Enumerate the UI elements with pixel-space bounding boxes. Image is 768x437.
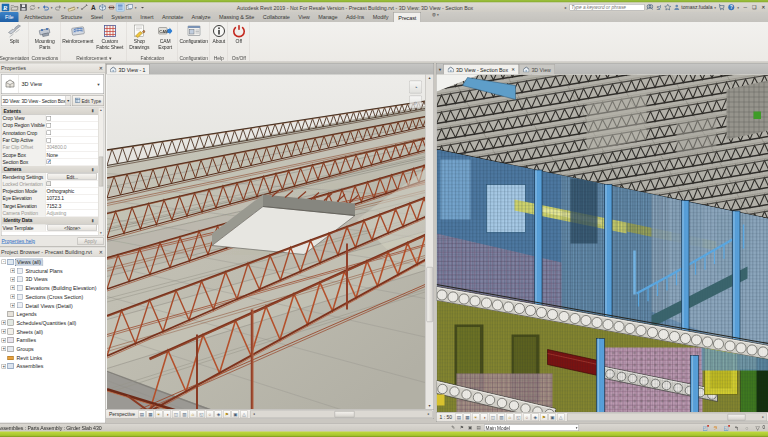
ribbon-panel-label[interactable]: Help bbox=[210, 54, 228, 62]
ribbon-button-configuration[interactable]: Configuration bbox=[178, 23, 209, 44]
edit-type-button[interactable]: Edit Type bbox=[72, 96, 104, 107]
property-button[interactable]: <None> bbox=[48, 225, 98, 231]
property-checkbox[interactable] bbox=[47, 138, 52, 143]
app-store-icon[interactable] bbox=[719, 4, 727, 12]
ribbon-button-about[interactable]: About bbox=[210, 23, 227, 44]
ribbon-tab[interactable]: Annotate bbox=[158, 12, 188, 22]
ribbon-panel-label[interactable]: Reinforcement▾ bbox=[61, 54, 127, 62]
view-control-icon[interactable]: ▦ bbox=[464, 413, 472, 421]
tree-expander-icon[interactable]: + bbox=[11, 294, 16, 299]
view-control-icon[interactable]: ▥ bbox=[181, 410, 189, 418]
view-control-icon[interactable]: ▣ bbox=[549, 413, 557, 421]
ribbon-tab[interactable]: Insert bbox=[136, 12, 158, 22]
property-checkbox[interactable] bbox=[47, 131, 52, 136]
help-caret-icon[interactable]: ▾ bbox=[737, 5, 741, 9]
text-icon[interactable]: A bbox=[89, 3, 98, 12]
property-row[interactable]: Projection Mode OrthographicOrthographic… bbox=[2, 188, 99, 195]
dropdown-caret-icon[interactable]: ▾ bbox=[76, 5, 80, 9]
scroll-right-icon[interactable]: ▸ bbox=[426, 411, 433, 418]
ribbon-button-mounting-parts[interactable]: Mounting Parts bbox=[29, 23, 60, 50]
search-collapse-icon[interactable]: ▸ bbox=[565, 5, 567, 10]
ribbon-panel-label[interactable]: On/Off bbox=[228, 54, 250, 62]
apply-button[interactable]: Apply bbox=[78, 237, 104, 245]
section-icon[interactable] bbox=[107, 3, 116, 12]
tree-item[interactable]: + Assemblies bbox=[0, 362, 105, 371]
steering-wheel-icon[interactable]: ◔ bbox=[409, 81, 422, 94]
select-pinned-icon[interactable]: ○ bbox=[743, 424, 750, 431]
tree-item[interactable]: + Elevations (Building Elevation) bbox=[0, 284, 105, 293]
select-links-icon[interactable]: ◱■ bbox=[722, 424, 729, 431]
ribbon-tab[interactable]: Steel bbox=[87, 12, 108, 22]
properties-scrollbar[interactable]: ▴▾ bbox=[98, 108, 104, 236]
tree-expander-icon[interactable]: + bbox=[2, 320, 7, 325]
property-row[interactable]: Annotation Crop ▮ bbox=[2, 129, 99, 136]
view-control-icon[interactable]: ⌂ bbox=[189, 410, 197, 418]
property-checkbox[interactable] bbox=[47, 123, 52, 128]
tree-expander-icon[interactable]: + bbox=[2, 347, 7, 352]
exclude-options-icon[interactable]: ◰■ bbox=[701, 424, 708, 431]
view-tab-3d-view-1[interactable]: 3D View - 1 bbox=[106, 64, 150, 75]
open-icon[interactable] bbox=[10, 3, 19, 12]
ribbon-tab[interactable]: Collaborate bbox=[259, 12, 295, 22]
property-row[interactable]: Locked Orientation ▮ bbox=[2, 180, 99, 187]
dropdown-caret-icon[interactable]: ▾ bbox=[50, 5, 54, 9]
tree-expander-icon[interactable]: + bbox=[11, 268, 16, 273]
properties-help-link[interactable]: Properties help bbox=[2, 238, 36, 244]
ribbon-tab[interactable]: Add-Ins bbox=[342, 12, 369, 22]
scroll-right-icon[interactable]: ▸ bbox=[760, 414, 767, 421]
search-icon[interactable] bbox=[646, 4, 654, 12]
view-control-icon[interactable]: ☀ bbox=[472, 413, 480, 421]
property-row[interactable]: Far Clip Offset 304800.0304800.0 ▮ bbox=[2, 144, 99, 151]
workset-monitor-icon[interactable]: ▣ bbox=[467, 424, 474, 431]
tree-item[interactable]: + Detail Views (Detail) bbox=[0, 301, 105, 310]
view-control-icon[interactable]: ▤ bbox=[455, 413, 463, 421]
property-checkbox[interactable] bbox=[47, 116, 52, 121]
subscription-center-icon[interactable]: S bbox=[655, 4, 663, 12]
press-drag-icon[interactable]: ⚞ bbox=[712, 424, 719, 431]
center-vertical-scrollbar[interactable]: ▴▾ bbox=[425, 75, 434, 410]
ribbon-tab[interactable]: Manage bbox=[314, 12, 342, 22]
view-control-icon[interactable]: ◫ bbox=[489, 413, 497, 421]
view-control-icon[interactable]: ◱ bbox=[198, 410, 206, 418]
type-selector[interactable]: 3D View ▼ bbox=[1, 74, 104, 94]
ribbon-tab[interactable]: Systems bbox=[107, 12, 136, 22]
property-row[interactable]: Scope Box NoneNone ▮ bbox=[2, 151, 99, 158]
dropdown-caret-icon[interactable]: ▾ bbox=[63, 5, 67, 9]
property-row[interactable]: Camera ▮ bbox=[2, 166, 99, 173]
tree-item[interactable]: Legends bbox=[0, 310, 105, 319]
view-control-icon[interactable]: △ bbox=[557, 413, 565, 421]
default-3d-view-icon[interactable] bbox=[98, 3, 107, 12]
ribbon-button-cam-export[interactable]: CAMCAM Export bbox=[153, 23, 178, 50]
view-control-icon[interactable]: ▦ bbox=[147, 410, 155, 418]
measure-icon[interactable] bbox=[67, 3, 76, 12]
design-options-icon[interactable]: ▤ bbox=[476, 424, 483, 431]
restore-button[interactable]: ❏ bbox=[751, 4, 759, 12]
switch-windows-icon[interactable] bbox=[125, 3, 134, 12]
ribbon-button-custom-fabric-sheet[interactable]: Custom Fabric Sheet bbox=[94, 23, 125, 50]
center-horizontal-scrollbar[interactable]: ◂ ▸ bbox=[250, 410, 432, 418]
redo-icon[interactable] bbox=[54, 3, 63, 12]
zoom-tool-icon[interactable]: ⌕ bbox=[409, 96, 422, 109]
property-row[interactable]: Crop View ▮ bbox=[2, 115, 99, 122]
tree-expander-icon[interactable]: + bbox=[2, 338, 7, 343]
ribbon-button-shop-drawings[interactable]: Shop Drawings bbox=[127, 23, 152, 50]
tree-item[interactable]: Revit Links bbox=[0, 353, 105, 362]
tree-item[interactable]: + Schedules/Quantities (all) bbox=[0, 318, 105, 327]
view-control-icon[interactable]: ▥ bbox=[498, 413, 506, 421]
minimize-button[interactable]: ─ bbox=[742, 4, 750, 12]
aligned-dimension-icon[interactable] bbox=[80, 3, 89, 12]
view-control-icon[interactable]: ○ bbox=[523, 413, 531, 421]
view-scale-label[interactable]: 1 : 50 bbox=[438, 414, 455, 420]
ribbon-tab[interactable]: Architecture bbox=[20, 12, 57, 22]
tree-item[interactable]: + Families bbox=[0, 336, 105, 345]
ribbon-panel-label[interactable]: Connections bbox=[29, 54, 61, 62]
dropdown-caret-icon[interactable]: ▾ bbox=[134, 5, 138, 9]
sync-with-central-icon[interactable] bbox=[28, 3, 37, 12]
view-control-icon[interactable]: ▤ bbox=[138, 410, 146, 418]
ribbon-tab[interactable]: File bbox=[0, 12, 18, 22]
user-account-button[interactable]: tomasz.fudala▾ bbox=[673, 4, 717, 12]
tree-expander-icon[interactable]: + bbox=[11, 286, 16, 291]
ribbon-tab[interactable]: Precast bbox=[394, 12, 421, 22]
ribbon-button-reinforcement[interactable]: Reinforcement bbox=[62, 23, 93, 44]
tree-expander-icon[interactable]: + bbox=[11, 277, 16, 282]
